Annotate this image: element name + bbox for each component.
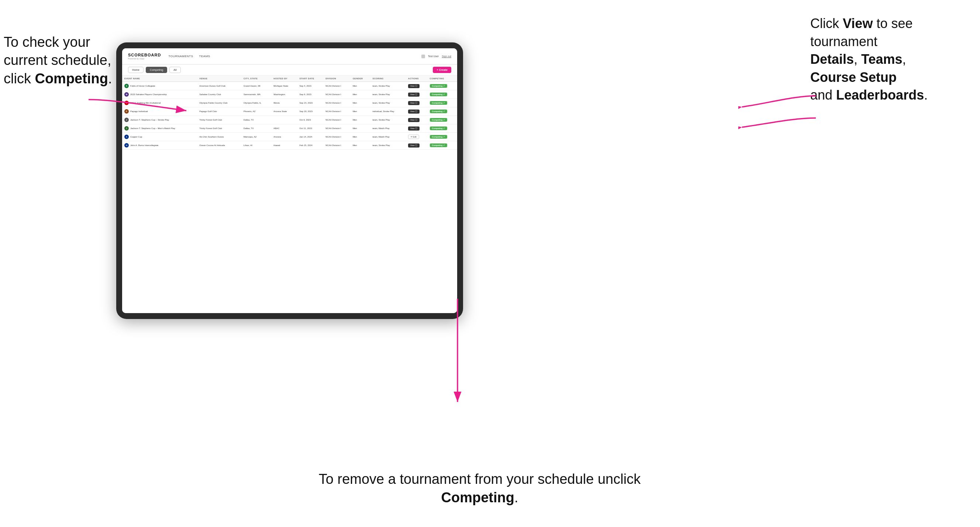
competing-cell: Competing ✓ [428,116,457,124]
actions-cell: View ⓘ [406,124,428,133]
scoring-cell: team, Stroke Play [370,90,406,99]
hosted-by-cell: Washington [271,90,297,99]
event-name-cell: H John A. Burns Intercollegiate [122,141,197,150]
scoring-cell: team, Stroke Play [370,116,406,124]
hosted-by-cell: Illinois [271,99,297,107]
hosted-by-cell [271,116,297,124]
division-cell: NCAA Division I [323,82,350,90]
city-cell: Olympia Fields, IL [241,99,271,107]
user-icon [422,55,425,58]
competing-button[interactable]: Competing ✓ [430,110,447,113]
city-cell: Sammamish, WA [241,90,271,99]
gender-cell: Men [350,133,371,141]
arrow-bottom [450,295,465,413]
create-button[interactable]: + Create [433,67,451,73]
division-cell: NCAA Division I [323,107,350,116]
scoring-cell: team, Match Play [370,124,406,133]
hosted-by-cell: Arizona State [271,107,297,116]
arrow-left [85,78,196,122]
start-date-cell: Oct 11, 2023 [297,124,323,133]
city-cell: Grand Haven, MI [241,82,271,90]
start-date-cell: Jan 14, 2024 [297,133,323,141]
gender-cell: Men [350,116,371,124]
division-cell: NCAA Division I [323,99,350,107]
actions-cell: View ⓘ [406,141,428,150]
actions-cell: View ⓘ [406,107,428,116]
venue-cell: Trinity Forest Golf Club [197,124,241,133]
col-division: DIVISION [323,76,350,82]
view-text-right: View [843,16,873,31]
competing-cell: Competing ✓ [428,90,457,99]
hosted-by-cell: Michigan State [271,82,297,90]
competing-button[interactable]: Competing ✓ [430,118,447,122]
app-header: SCOREBOARD Powered by clippi TOURNAMENTS… [122,48,457,65]
venue-cell: Papago Golf Club [197,107,241,116]
start-date-cell: Sep 18, 2023 [297,107,323,116]
actions-cell: View ⓘ [406,116,428,124]
event-name: John A. Burns Intercollegiate [130,144,158,146]
tab-competing[interactable]: Competing [146,67,167,73]
table-row: J Jackson T. Stephens Cup – Men's Match … [122,124,457,133]
scoring-cell: individual, Stroke Play [370,107,406,116]
competing-cell: Competing ✓ [428,107,457,116]
view-button[interactable]: View ⓘ [408,127,420,130]
competing-cell: Competing ✓ [428,124,457,133]
gender-cell: Men [350,107,371,116]
team-logo: A [124,135,129,139]
col-hosted-by: HOSTED BY [271,76,297,82]
scoring-cell: team, Stroke Play [370,82,406,90]
user-name: Test User [428,55,439,57]
scoring-cell: team, Stroke Play [370,99,406,107]
actions-cell: View ⓘ [406,90,428,99]
venue-cell: Ocean Course At Hokuala [197,141,241,150]
scoring-cell: team, Match Play [370,133,406,141]
team-logo: H [124,143,129,148]
logo-sub-text: Powered by clippi [128,57,161,60]
event-name: Copper Cup [130,136,142,138]
tab-home[interactable]: Home [128,67,143,73]
actions-cell: ✏ Edit [406,133,428,141]
view-button[interactable]: View ⓘ [408,101,420,105]
actions-cell: View ⓘ [406,82,428,90]
annotation-right: Click View to see tournament Details, Te… [810,15,973,104]
col-city-state: CITY, STATE [241,76,271,82]
team-logo: J [124,126,129,130]
col-scoring: SCORING [370,76,406,82]
nav-tournaments[interactable]: TOURNAMENTS [168,55,193,58]
venue-cell: Trinity Forest Golf Club [197,116,241,124]
view-button[interactable]: View ⓘ [408,110,420,114]
col-venue: VENUE [197,76,241,82]
annotation-bottom: To remove a tournament from your schedul… [302,470,657,507]
start-date-cell: Oct 9, 2023 [297,116,323,124]
view-button[interactable]: View ⓘ [408,92,420,97]
view-button[interactable]: View ⓘ [408,84,420,88]
venue-cell: Ak-Chin Southern Dunes [197,133,241,141]
actions-cell: View ⓘ [406,99,428,107]
tab-all[interactable]: All [169,67,180,73]
toolbar: Home Competing All + Create [122,65,457,76]
gender-cell: Men [350,99,371,107]
nav-teams[interactable]: TEAMS [199,55,210,58]
competing-button[interactable]: Competing ✓ [430,84,447,88]
col-start-date: START DATE [297,76,323,82]
city-cell: Maricopa, AZ [241,133,271,141]
competing-cell: Competing ✓ [428,82,457,90]
sign-out-link[interactable]: Sign out [442,55,451,57]
division-cell: NCAA Division I [323,133,350,141]
competing-button[interactable]: Competing ✓ [430,127,447,130]
header-right: Test User Sign out [422,55,451,58]
view-button[interactable]: View ⓘ [408,143,420,148]
hosted-by-cell: Hawaii [271,141,297,150]
edit-button[interactable]: ✏ Edit [408,135,419,139]
division-cell: NCAA Division I [323,90,350,99]
competing-button[interactable]: Competing ✓ [430,143,447,147]
view-button[interactable]: View ⓘ [408,118,420,122]
division-cell: NCAA Division I [323,124,350,133]
competing-button[interactable]: Competing ✓ [430,135,447,139]
competing-button[interactable]: Competing ✓ [430,101,447,105]
gender-cell: Men [350,141,371,150]
competing-button[interactable]: Competing ✓ [430,92,447,96]
start-date-cell: Sep 4, 2023 [297,82,323,90]
venue-cell: American Dunes Golf Club [197,82,241,90]
scoring-cell: team, Stroke Play [370,141,406,150]
